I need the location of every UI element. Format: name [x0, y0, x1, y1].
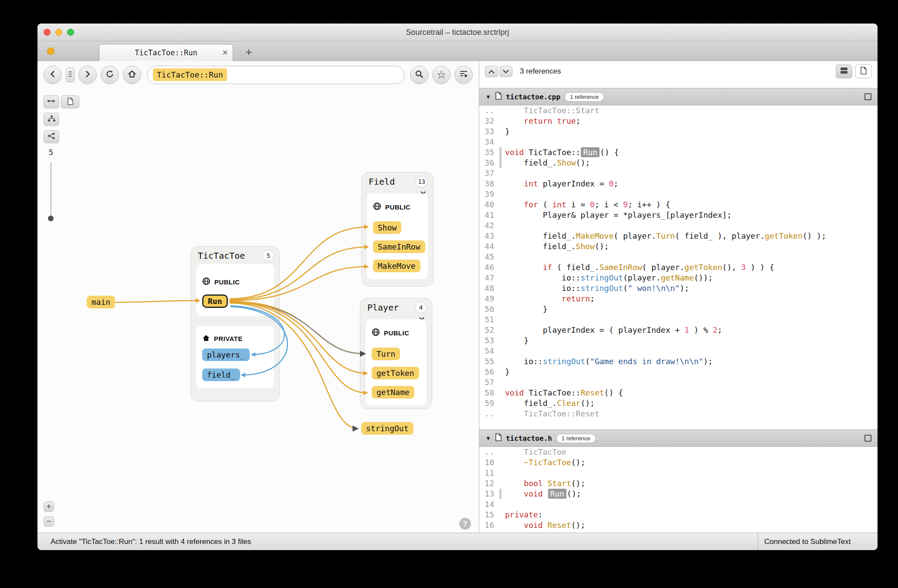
- graph-node-main[interactable]: main: [87, 296, 115, 308]
- public-section-header: PUBLIC: [372, 325, 420, 340]
- zoom-in-button[interactable]: +: [44, 501, 54, 512]
- code-line: 51: [479, 314, 878, 325]
- graph-node-run[interactable]: Run: [202, 294, 228, 308]
- globe-icon: [372, 328, 380, 338]
- code-token: [543, 489, 548, 498]
- back-button[interactable]: [44, 66, 62, 84]
- code-token[interactable]: stringOut: [580, 284, 623, 293]
- code-token[interactable]: Run: [548, 489, 567, 499]
- call-edge-main-run[interactable]: [114, 301, 200, 302]
- code-token: [505, 116, 524, 125]
- graph-node-stringout[interactable]: stringOut: [361, 422, 413, 435]
- search-button[interactable]: [410, 66, 428, 84]
- star-icon: ☆: [437, 69, 446, 80]
- code-line: 14: [479, 499, 878, 510]
- code-token[interactable]: getName: [661, 273, 694, 282]
- code-token[interactable]: Reset: [580, 388, 604, 397]
- collapse-caret-icon[interactable]: ▼: [485, 94, 491, 100]
- help-button[interactable]: ?: [459, 518, 471, 530]
- member-count-badge[interactable]: 5: [263, 250, 274, 261]
- code-text: field_.Clear();: [499, 398, 878, 409]
- code-text: [499, 499, 878, 510]
- dependencies-button[interactable]: [44, 130, 59, 143]
- code-token: () {: [604, 388, 623, 397]
- code-token: void: [524, 520, 542, 530]
- class-title-field[interactable]: Field: [369, 176, 395, 187]
- graph-node-field-member[interactable]: field_: [202, 368, 240, 381]
- file-header-cpp[interactable]: ▼ tictactoe.cpp 1 reference: [479, 88, 878, 105]
- previous-reference-button[interactable]: [485, 66, 498, 77]
- code-line: 16 void Reset();: [479, 520, 878, 531]
- code-token[interactable]: Turn: [656, 231, 675, 240]
- graph-node-players[interactable]: players_: [202, 348, 250, 361]
- bookmark-list-button[interactable]: [454, 66, 473, 84]
- code-token[interactable]: Start: [548, 479, 571, 488]
- graph-view[interactable]: main stringOut TicTacToe 5 PUBLIC Run: [37, 88, 479, 533]
- collapse-caret-icon[interactable]: ▼: [485, 435, 491, 442]
- code-token[interactable]: SameInRow: [600, 263, 642, 272]
- code-token[interactable]: Reset: [548, 520, 571, 530]
- file-name[interactable]: tictactoe.cpp: [506, 93, 560, 101]
- custom-trail-button[interactable]: [44, 95, 59, 108]
- graph-depth-slider[interactable]: [51, 162, 51, 220]
- window-titlebar: Sourcetrail – tictactoe.srctrlprj: [37, 24, 878, 41]
- code-token[interactable]: Clear: [557, 399, 580, 408]
- code-token: ;: [576, 116, 581, 125]
- zoom-out-button[interactable]: −: [44, 516, 54, 527]
- window-minimize-button[interactable]: [55, 29, 62, 36]
- member-count-badge[interactable]: 4: [415, 302, 427, 313]
- code-token[interactable]: MakeMove: [576, 231, 614, 240]
- line-number: 52: [479, 325, 494, 335]
- tab-close-icon[interactable]: ×: [222, 48, 228, 57]
- snippet-view-button[interactable]: [836, 64, 852, 78]
- new-tab-button[interactable]: +: [242, 45, 255, 58]
- graph-depth-slider-handle[interactable]: [48, 216, 54, 221]
- graph-node-field[interactable]: Field 13 PUBLIC Show SameInRow MakeMove: [361, 172, 434, 287]
- code-line: 59 field_.Clear();: [479, 398, 878, 409]
- window-zoom-button[interactable]: [67, 29, 74, 36]
- refresh-icon: [105, 70, 114, 80]
- code-token[interactable]: ~TicTacToe: [524, 458, 571, 467]
- hierarchy-button[interactable]: [44, 113, 59, 126]
- graph-node-tictactoe[interactable]: TicTacToe 5 PUBLIC Run PRIVATE: [190, 246, 280, 402]
- search-field[interactable]: TicTacToe::Run: [147, 66, 404, 84]
- code-token: TicTacToe::: [524, 388, 580, 397]
- private-section-header: PRIVATE: [202, 331, 268, 346]
- code-token[interactable]: stringOut: [543, 357, 586, 366]
- graph-node-getname[interactable]: getName: [372, 386, 414, 399]
- graph-node-sameinrow[interactable]: SameInRow: [373, 240, 425, 253]
- code-token[interactable]: stringOut: [580, 273, 623, 282]
- maximize-snippet-icon[interactable]: [864, 435, 871, 442]
- member-count-badge[interactable]: 13: [415, 176, 428, 187]
- class-title-player[interactable]: Player: [367, 302, 399, 313]
- refresh-button[interactable]: [101, 66, 119, 84]
- file-header-h[interactable]: ▼ tictactoe.h 1 reference: [479, 429, 878, 447]
- code-token[interactable]: Show: [557, 158, 576, 167]
- graph-node-show[interactable]: Show: [373, 221, 401, 234]
- forward-button[interactable]: [78, 66, 97, 84]
- next-reference-button[interactable]: [499, 66, 512, 77]
- graph-node-player[interactable]: Player 4 PUBLIC Turn getToken getName: [360, 298, 432, 409]
- code-token[interactable]: getToken: [765, 231, 803, 240]
- graph-node-turn[interactable]: Turn: [372, 348, 400, 360]
- code-token: 3: [741, 263, 746, 272]
- code-token: [543, 520, 548, 530]
- code-token[interactable]: getToken: [685, 263, 722, 272]
- code-token[interactable]: Run: [581, 147, 600, 157]
- tab-tictactoe-run[interactable]: TicTacToe::Run ×: [99, 44, 233, 61]
- line-number: 40: [479, 199, 494, 210]
- home-overview-button[interactable]: [123, 66, 141, 84]
- window-close-button[interactable]: [44, 29, 51, 36]
- code-token: playerIndex = ( playerIndex +: [505, 325, 685, 335]
- file-name[interactable]: tictactoe.h: [506, 434, 552, 443]
- class-title-tictactoe[interactable]: TicTacToe: [198, 250, 245, 261]
- line-number: 43: [479, 231, 494, 241]
- bookmark-button[interactable]: ☆: [432, 66, 451, 84]
- code-token[interactable]: Show: [576, 242, 595, 251]
- single-file-view-button[interactable]: [855, 64, 872, 78]
- history-dropdown-button[interactable]: [66, 68, 75, 82]
- maximize-snippet-icon[interactable]: [864, 93, 871, 100]
- trail-file-button[interactable]: [61, 95, 79, 108]
- graph-node-gettoken[interactable]: getToken: [372, 367, 419, 379]
- graph-node-makemove[interactable]: MakeMove: [373, 260, 420, 272]
